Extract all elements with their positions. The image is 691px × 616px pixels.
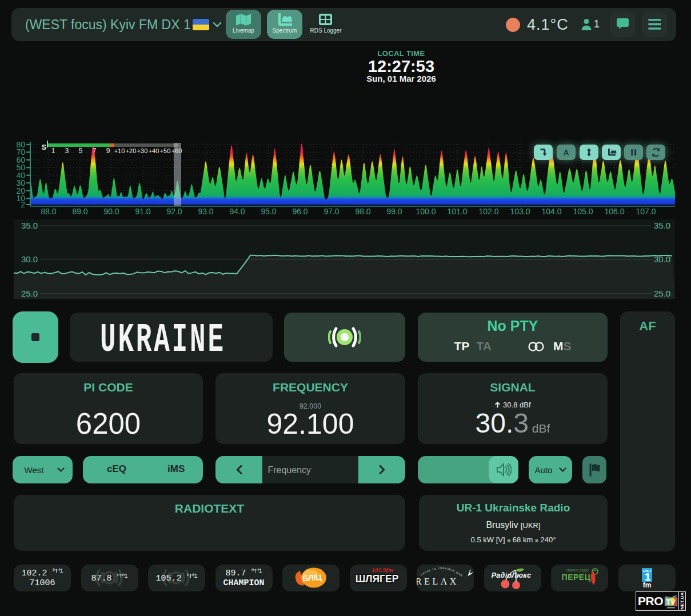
svg-text:35.0: 35.0 [21,221,38,230]
svg-text:TV: TV [666,598,676,606]
svg-text:fm: fm [642,581,651,589]
svg-text:БЛІЦ: БЛІЦ [302,573,322,583]
svg-text:30.0: 30.0 [654,254,670,264]
svg-text:легке та спокійне радіо: легке та спокійне радіо [419,567,464,577]
svg-text:25.0: 25.0 [654,289,670,298]
svg-text:30.0: 30.0 [21,254,38,264]
svg-text:35.0: 35.0 [654,221,670,230]
svg-text:25.0: 25.0 [21,289,38,298]
